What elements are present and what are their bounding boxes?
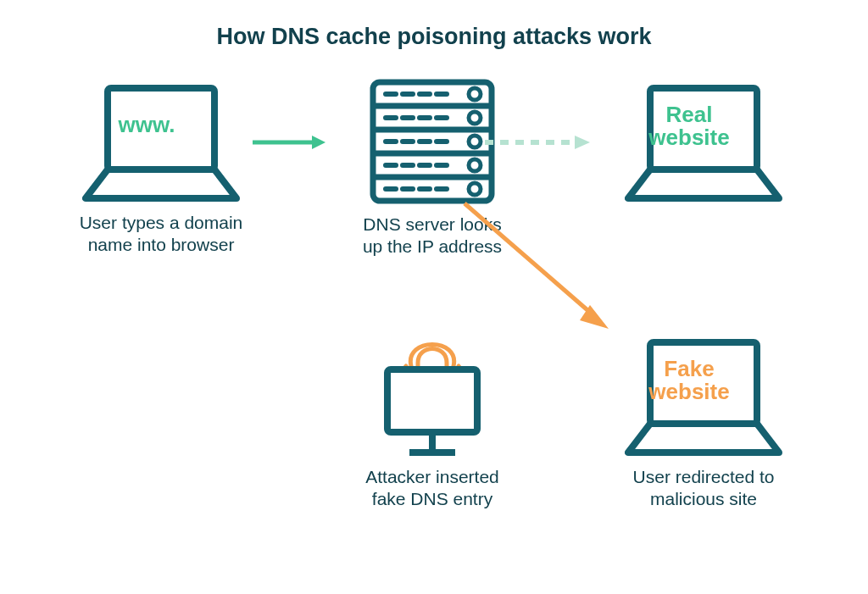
svg-marker-3 [312, 136, 326, 149]
attacker-caption: Attacker inserted fake DNS entry [365, 466, 499, 511]
fake-caption: User redirected to malicious site [633, 466, 775, 511]
svg-point-17 [469, 159, 481, 171]
server-icon [369, 78, 496, 205]
real-screen-text: Real website [610, 103, 768, 150]
node-attacker: Attacker inserted fake DNS entry [339, 322, 526, 511]
laptop-icon [82, 85, 240, 203]
svg-point-15 [469, 112, 481, 124]
svg-rect-25 [387, 369, 477, 432]
user-caption: User types a domain name into browser [80, 212, 243, 257]
svg-marker-1 [86, 169, 236, 198]
node-user-laptop: www. User types a domain name into brows… [68, 85, 254, 257]
node-fake-website: Fake website User redirected to maliciou… [610, 339, 797, 511]
svg-marker-20 [575, 136, 590, 149]
node-real-website: Real website [610, 85, 797, 203]
arrow-server-to-real [483, 134, 593, 151]
svg-marker-22 [628, 169, 779, 198]
attacker-icon [369, 322, 496, 458]
arrow-server-to-fake [458, 195, 619, 339]
svg-point-18 [469, 183, 481, 195]
svg-marker-29 [628, 424, 779, 452]
arrow-user-to-server [251, 134, 327, 151]
user-screen-text: www. [119, 112, 175, 137]
svg-point-16 [469, 136, 481, 147]
svg-point-14 [469, 88, 481, 100]
fake-screen-text: Fake website [610, 358, 768, 404]
diagram-title: How DNS cache poisoning attacks work [0, 24, 868, 50]
svg-line-23 [465, 203, 593, 315]
